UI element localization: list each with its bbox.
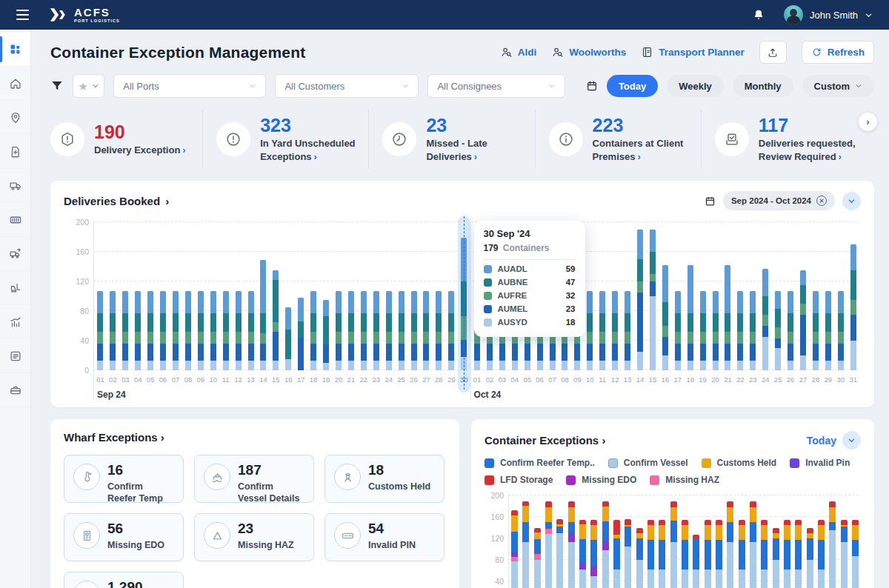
refresh-button[interactable]: Refresh — [802, 41, 874, 64]
kpi-containers-at-client-premises[interactable]: 223 Containers at Client Premises› — [535, 110, 701, 169]
deliveries-booked-title[interactable]: Deliveries Booked › — [64, 195, 169, 207]
calendar-icon[interactable] — [586, 80, 598, 92]
db-bar-sep-25[interactable] — [395, 222, 407, 370]
calendar-icon[interactable] — [705, 196, 716, 207]
db-bar-oct-28[interactable] — [809, 222, 822, 370]
db-bar-oct-31[interactable] — [847, 222, 859, 370]
db-bar-sep-17[interactable] — [295, 222, 307, 370]
db-bar-sep-27[interactable] — [420, 222, 433, 370]
db-bar-sep-29[interactable] — [445, 222, 458, 370]
header-link-woolworths[interactable]: Woolworths — [551, 46, 626, 59]
db-bar-oct-21[interactable] — [722, 222, 734, 370]
sidebar-item-analytics[interactable] — [0, 305, 30, 339]
kpi-deliveries-requested-review-required[interactable]: 117 Deliveries requested, Review Require… — [701, 110, 867, 169]
db-bar-oct-13[interactable] — [622, 222, 634, 370]
db-bar-sep-03[interactable] — [119, 222, 132, 370]
range-pill-monthly[interactable]: Monthly — [733, 75, 793, 97]
wharf-card-missing-haz[interactable]: 23 Missing HAZ — [194, 513, 314, 561]
range-pill-weekly[interactable]: Weekly — [667, 75, 724, 97]
notification-bell-icon[interactable] — [753, 8, 765, 21]
db-bar-oct-26[interactable] — [785, 222, 797, 370]
db-bar-oct-29[interactable] — [822, 222, 834, 370]
db-bar-oct-16[interactable] — [659, 222, 671, 370]
wharf-card-confirm-reefer-temp[interactable]: 16 Confirm Reefer Temp — [64, 455, 184, 503]
ce-bar-29[interactable] — [827, 495, 838, 588]
ce-bar-8[interactable] — [588, 495, 599, 588]
db-bar-sep-08[interactable] — [182, 222, 194, 370]
container-exceptions-title[interactable]: Container Exceptions › — [485, 434, 605, 447]
kpi-delivery-exception[interactable]: 190 Delivery Exception› — [50, 110, 202, 169]
wharf-card-customs-held[interactable]: 18 Customs Held — [324, 455, 444, 503]
sidebar-item-truck-out[interactable] — [0, 237, 30, 271]
db-bar-oct-23[interactable] — [747, 222, 759, 370]
ce-bar-3[interactable] — [532, 495, 543, 588]
db-bar-sep-19[interactable] — [320, 222, 333, 370]
sidebar-item-truck[interactable] — [0, 169, 30, 203]
sidebar-item-container[interactable] — [0, 203, 30, 237]
wharf-card-missing-edo[interactable]: 56 Missing EDO — [64, 513, 184, 561]
date-range-chip[interactable]: Sep 2024 - Oct 2024 ✕ — [723, 191, 835, 210]
header-link-aldi[interactable]: Aldi — [500, 46, 537, 59]
db-bar-sep-05[interactable] — [144, 222, 157, 370]
db-bar-oct-24[interactable] — [759, 222, 772, 370]
db-bar-sep-07[interactable] — [170, 222, 182, 370]
ce-bar-5[interactable] — [554, 495, 565, 588]
sidebar-item-list[interactable] — [0, 339, 30, 373]
db-bar-sep-12[interactable] — [232, 222, 244, 370]
wharf-card-total[interactable]: 1,290 — [64, 572, 184, 588]
upload-button[interactable] — [759, 41, 787, 64]
ce-bar-22[interactable] — [748, 495, 759, 588]
sidebar-item-forklift[interactable] — [0, 271, 30, 305]
db-bar-oct-15[interactable] — [646, 222, 659, 370]
ce-bar-7[interactable] — [577, 495, 588, 588]
db-bar-sep-18[interactable] — [307, 222, 320, 370]
period-selector[interactable]: Today — [807, 435, 836, 447]
user-menu[interactable]: John Smith — [784, 5, 873, 24]
ce-bar-28[interactable] — [816, 495, 827, 588]
sidebar-item-dashboard[interactable] — [0, 33, 30, 67]
ce-bar-31[interactable] — [850, 495, 861, 588]
select-all-consignees[interactable]: All Consignees — [427, 74, 565, 98]
sidebar-item-location[interactable] — [0, 101, 30, 135]
db-bar-oct-25[interactable] — [772, 222, 785, 370]
ce-bar-15[interactable] — [668, 495, 679, 588]
ce-bar-26[interactable] — [793, 495, 804, 588]
db-bar-sep-24[interactable] — [382, 222, 395, 370]
ce-bar-24[interactable] — [770, 495, 782, 588]
db-bar-oct-11[interactable] — [596, 222, 609, 370]
ce-bar-20[interactable] — [725, 495, 736, 588]
ce-bar-10[interactable] — [611, 495, 622, 588]
db-bar-sep-02[interactable] — [107, 222, 119, 370]
db-bar-sep-15[interactable] — [270, 222, 282, 370]
ce-bar-17[interactable] — [690, 495, 702, 588]
wharf-card-confirm-vessel-details[interactable]: 187 Confirm Vessel Details — [194, 455, 314, 503]
period-chevron-button[interactable] — [842, 431, 861, 450]
wharf-exceptions-title[interactable]: Wharf Exceptions › — [64, 431, 164, 444]
db-bar-sep-13[interactable] — [244, 222, 257, 370]
db-bar-sep-21[interactable] — [344, 222, 357, 370]
db-bar-oct-22[interactable] — [734, 222, 747, 370]
kpi-in-yard-unscheduled-exceptions[interactable]: 323 In Yard Unscheduled Exceptions› — [202, 110, 368, 169]
db-bar-oct-27[interactable] — [797, 222, 810, 370]
ce-bar-18[interactable] — [702, 495, 713, 588]
filter-funnel-icon[interactable] — [50, 79, 64, 93]
select-all-ports[interactable]: All Ports — [113, 74, 266, 98]
db-bar-oct-14[interactable] — [634, 222, 647, 370]
clear-date-range-icon[interactable]: ✕ — [816, 196, 827, 206]
db-bar-sep-28[interactable] — [433, 222, 445, 370]
ce-bar-21[interactable] — [736, 495, 748, 588]
db-bar-sep-14[interactable] — [257, 222, 270, 370]
db-bar-sep-09[interactable] — [194, 222, 207, 370]
collapse-panel-button[interactable] — [842, 192, 861, 210]
ce-bar-6[interactable] — [566, 495, 577, 588]
ce-bar-23[interactable] — [759, 495, 770, 588]
db-bar-oct-19[interactable] — [696, 222, 709, 370]
db-bar-sep-20[interactable] — [333, 222, 345, 370]
sidebar-item-home[interactable] — [0, 67, 30, 101]
db-bar-sep-26[interactable] — [407, 222, 420, 370]
db-bar-oct-20[interactable] — [709, 222, 722, 370]
select-all-customers[interactable]: All Customers — [275, 74, 419, 98]
ce-bar-27[interactable] — [805, 495, 816, 588]
db-bar-sep-04[interactable] — [132, 222, 144, 370]
db-bar-oct-10[interactable] — [584, 222, 596, 370]
